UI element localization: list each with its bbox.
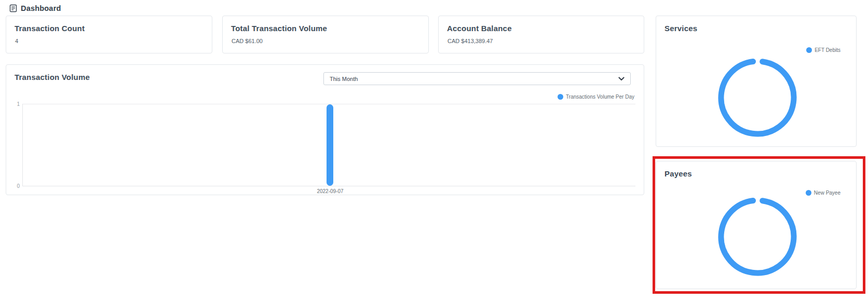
legend-label: EFT Debits — [815, 47, 840, 53]
stat-card-account-balance: Account Balance CAD $413,389.47 — [438, 16, 644, 53]
chart-title: Services — [664, 24, 697, 33]
x-axis-label: 2022-09-07 — [304, 188, 356, 194]
legend-dot-icon — [806, 190, 811, 196]
stat-card-transaction-count: Transaction Count 4 — [6, 16, 212, 53]
y-axis-line — [22, 104, 23, 186]
chart-legend-item[interactable]: EFT Debits — [806, 47, 840, 53]
legend-dot-icon — [806, 47, 812, 53]
y-axis-tick-1: 1 — [11, 101, 20, 107]
breadcrumb: Dashboard — [9, 4, 61, 12]
legend-label: New Payee — [814, 190, 840, 196]
stat-card-title: Account Balance — [447, 24, 512, 33]
chart-title: Payees — [664, 169, 692, 178]
stat-card-title: Transaction Count — [15, 24, 85, 33]
legend-label: Transactions Volume Per Day — [566, 94, 634, 100]
transaction-volume-card: Transaction Volume This Month Transactio… — [6, 64, 644, 195]
journal-icon — [9, 4, 17, 12]
date-range-selected-value: This Month — [330, 76, 358, 82]
stat-card-value: 4 — [15, 38, 18, 44]
chart-legend-item[interactable]: Transactions Volume Per Day — [558, 94, 634, 100]
stat-card-title: Total Transaction Volume — [231, 24, 327, 33]
stat-card-value: CAD $413,389.47 — [447, 38, 493, 44]
legend-dot-icon — [558, 94, 563, 100]
page-title: Dashboard — [21, 4, 61, 12]
payees-doughnut-chart[interactable] — [713, 193, 802, 281]
dashboard-page: Dashboard Transaction Count 4 Total Tran… — [0, 0, 868, 300]
payees-card: Payees New Payee — [656, 161, 857, 289]
stat-card-total-transaction-volume: Total Transaction Volume CAD $61.00 — [222, 16, 429, 53]
chart-legend-item[interactable]: New Payee — [806, 190, 840, 196]
x-axis-line — [22, 186, 635, 186]
services-card: Services EFT Debits — [656, 16, 857, 147]
stat-card-value: CAD $61.00 — [232, 38, 263, 44]
services-doughnut-chart[interactable] — [713, 53, 802, 142]
chevron-down-icon — [618, 77, 625, 81]
date-range-select[interactable]: This Month — [323, 72, 631, 85]
y-axis-tick-0: 0 — [11, 183, 20, 189]
chart-title: Transaction Volume — [15, 73, 90, 81]
bar-2022-09-07[interactable] — [327, 104, 333, 186]
